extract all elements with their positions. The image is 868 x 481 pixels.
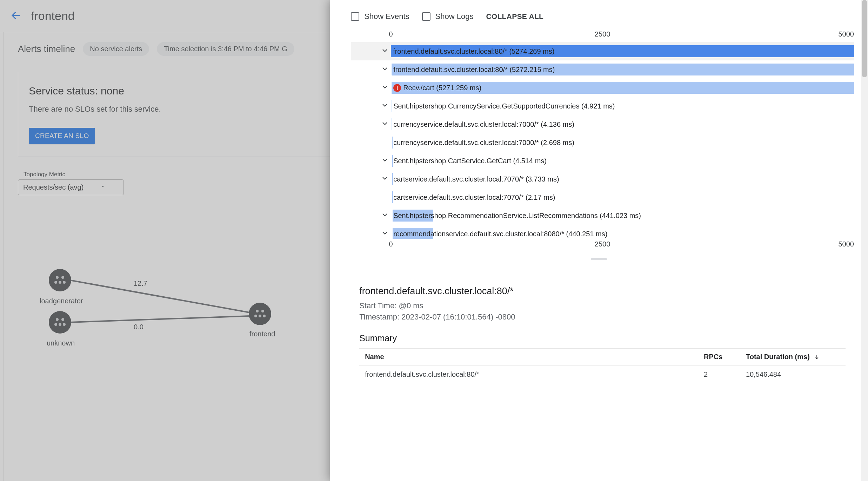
- trace-span-row[interactable]: Sent.hipstershop.CurrencyService.GetSupp…: [351, 97, 854, 115]
- trace-span-row[interactable]: cartservice.default.svc.cluster.local:70…: [351, 188, 854, 206]
- trace-controls: Show Events Show Logs COLLAPSE ALL: [330, 0, 868, 30]
- details-title: frontend.default.svc.cluster.local:80/*: [359, 286, 846, 297]
- summary-name: frontend.default.svc.cluster.local:80/*: [359, 365, 698, 383]
- span-label-text: Sent.hipstershop.RecommendationService.L…: [393, 212, 641, 220]
- trace-axis-bottom: 0 2500 5000: [351, 240, 854, 251]
- show-logs-checkbox[interactable]: Show Logs: [422, 12, 474, 21]
- span-label: !Recv./cart (5271.259 ms): [393, 84, 481, 92]
- span-label: currencyservice.default.svc.cluster.loca…: [393, 120, 574, 129]
- span-label: Sent.hipstershop.RecommendationService.L…: [393, 212, 641, 220]
- show-events-checkbox[interactable]: Show Events: [351, 12, 409, 21]
- chevron-down-icon[interactable]: [381, 120, 389, 129]
- trace-span-row[interactable]: recommendationservice.default.svc.cluste…: [351, 225, 854, 239]
- span-bar-area: currencyservice.default.svc.cluster.loca…: [391, 118, 854, 130]
- checkbox-box-icon: [351, 12, 359, 21]
- trace-details: frontend.default.svc.cluster.local:80/* …: [344, 265, 861, 383]
- trace-span-row[interactable]: Sent.hipstershop.CartService.GetCart (4.…: [351, 152, 854, 170]
- checkbox-box-icon: [422, 12, 430, 21]
- span-bar-area: recommendationservice.default.svc.cluste…: [391, 228, 854, 239]
- trace-span-row[interactable]: frontend.default.svc.cluster.local:80/* …: [351, 42, 854, 60]
- span-bar-area: Sent.hipstershop.CartService.GetCart (4.…: [391, 155, 854, 167]
- span-gutter: [351, 120, 391, 129]
- span-label-text: Sent.hipstershop.CartService.GetCart (4.…: [393, 157, 547, 165]
- chevron-down-icon[interactable]: [381, 83, 389, 92]
- span-bar[interactable]: [392, 191, 393, 203]
- axis-tick-0-b: 0: [389, 240, 393, 248]
- summary-table: Name RPCs Total Duration (ms) frontend.d…: [359, 348, 846, 383]
- panel-resize-handle[interactable]: [330, 256, 868, 262]
- span-label: Sent.hipstershop.CurrencyService.GetSupp…: [393, 102, 615, 110]
- span-label-text: frontend.default.svc.cluster.local:80/* …: [393, 66, 555, 74]
- collapse-all-button[interactable]: COLLAPSE ALL: [486, 12, 543, 21]
- span-gutter: [351, 47, 391, 56]
- col-duration[interactable]: Total Duration (ms): [740, 348, 846, 365]
- chevron-down-icon[interactable]: [381, 229, 389, 238]
- drawer-scrollbar[interactable]: [861, 0, 868, 481]
- span-label-text: frontend.default.svc.cluster.local:80/* …: [393, 47, 554, 55]
- col-name[interactable]: Name: [359, 348, 698, 365]
- axis-tick-max: 5000: [839, 30, 854, 38]
- span-label: cartservice.default.svc.cluster.local:70…: [393, 193, 555, 202]
- span-gutter: [351, 83, 391, 92]
- trace-span-row[interactable]: Sent.hipstershop.RecommendationService.L…: [351, 206, 854, 225]
- span-gutter: [351, 174, 391, 184]
- span-gutter: [351, 211, 391, 220]
- chevron-down-icon[interactable]: [381, 101, 389, 111]
- span-label-text: recommendationservice.default.svc.cluste…: [393, 230, 607, 238]
- span-bar-area: cartservice.default.svc.cluster.local:70…: [391, 173, 854, 185]
- span-bar[interactable]: [392, 100, 392, 112]
- axis-tick-mid-b: 2500: [595, 240, 610, 248]
- span-label-text: currencyservice.default.svc.cluster.loca…: [393, 139, 574, 147]
- span-label: recommendationservice.default.svc.cluste…: [393, 230, 607, 238]
- trace-span-list[interactable]: frontend.default.svc.cluster.local:80/* …: [351, 42, 854, 239]
- span-bar-area: frontend.default.svc.cluster.local:80/* …: [391, 45, 854, 57]
- chevron-down-icon[interactable]: [381, 47, 389, 56]
- trace-drawer: Show Events Show Logs COLLAPSE ALL 0 250…: [330, 0, 868, 481]
- summary-row[interactable]: frontend.default.svc.cluster.local:80/*2…: [359, 365, 846, 383]
- span-label-text: Sent.hipstershop.CurrencyService.GetSupp…: [393, 102, 615, 110]
- span-gutter: [351, 229, 391, 238]
- chevron-down-icon[interactable]: [381, 65, 389, 74]
- chevron-down-icon[interactable]: [381, 211, 389, 220]
- span-gutter: [351, 156, 391, 165]
- trace-span-row[interactable]: !Recv./cart (5271.259 ms): [351, 79, 854, 97]
- axis-tick-mid: 2500: [595, 30, 610, 38]
- span-label-text: cartservice.default.svc.cluster.local:70…: [393, 175, 559, 183]
- trace-span-row[interactable]: currencyservice.default.svc.cluster.loca…: [351, 133, 854, 152]
- details-start-time: Start Time: @0 ms: [359, 300, 846, 311]
- axis-tick-0: 0: [389, 30, 393, 38]
- trace-span-row[interactable]: frontend.default.svc.cluster.local:80/* …: [351, 60, 854, 79]
- trace-span-row[interactable]: cartservice.default.svc.cluster.local:70…: [351, 170, 854, 188]
- summary-duration: 10,546.484: [740, 365, 846, 383]
- span-bar[interactable]: [392, 137, 393, 149]
- span-gutter: [351, 65, 391, 74]
- details-timestamp: Timestamp: 2023-02-07 (16:10:01.564) -08…: [359, 311, 846, 323]
- span-bar-area: Sent.hipstershop.RecommendationService.L…: [391, 210, 854, 222]
- error-icon: !: [393, 84, 401, 92]
- span-label: frontend.default.svc.cluster.local:80/* …: [393, 66, 555, 74]
- scrollbar-thumb[interactable]: [862, 0, 867, 77]
- span-bar-area: frontend.default.svc.cluster.local:80/* …: [391, 64, 854, 75]
- span-label-text: Recv./cart (5271.259 ms): [403, 84, 481, 92]
- span-label: Sent.hipstershop.CartService.GetCart (4.…: [393, 157, 547, 165]
- col-rpcs[interactable]: RPCs: [698, 348, 740, 365]
- sort-desc-icon: [814, 354, 820, 362]
- span-label: cartservice.default.svc.cluster.local:70…: [393, 175, 559, 183]
- trace-span-row[interactable]: currencyservice.default.svc.cluster.loca…: [351, 115, 854, 133]
- span-label-text: currencyservice.default.svc.cluster.loca…: [393, 120, 574, 129]
- trace-axis-top: 0 2500 5000: [351, 30, 854, 41]
- axis-tick-max-b: 5000: [839, 240, 854, 248]
- summary-rpcs: 2: [698, 365, 740, 383]
- span-bar-area: Sent.hipstershop.CurrencyService.GetSupp…: [391, 100, 854, 112]
- span-bar[interactable]: [392, 118, 392, 130]
- show-events-label: Show Events: [364, 12, 409, 21]
- span-bar[interactable]: [392, 173, 393, 185]
- chevron-down-icon[interactable]: [381, 156, 389, 165]
- span-bar[interactable]: [392, 155, 393, 167]
- summary-heading: Summary: [359, 333, 846, 343]
- span-label-text: cartservice.default.svc.cluster.local:70…: [393, 193, 555, 202]
- span-bar-area: !Recv./cart (5271.259 ms): [391, 82, 854, 94]
- span-bar-area: currencyservice.default.svc.cluster.loca…: [391, 137, 854, 149]
- span-label: currencyservice.default.svc.cluster.loca…: [393, 139, 574, 147]
- chevron-down-icon[interactable]: [381, 174, 389, 184]
